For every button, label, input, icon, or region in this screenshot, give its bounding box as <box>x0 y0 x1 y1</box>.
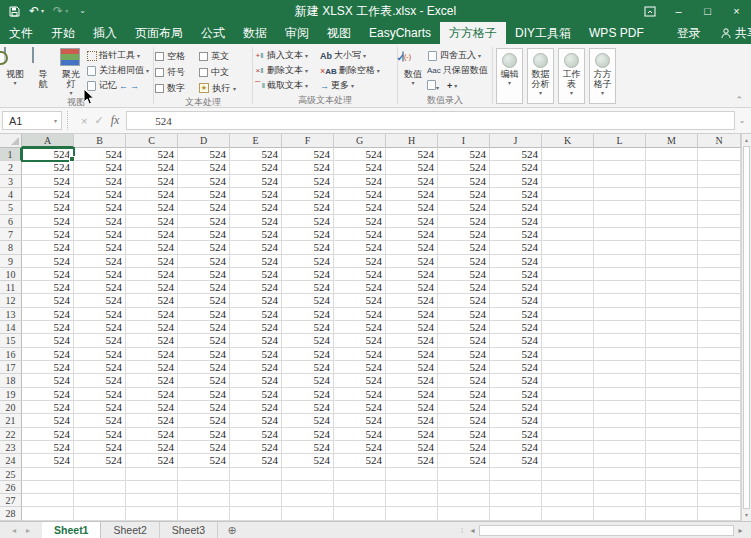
cell-L20[interactable] <box>594 401 646 414</box>
cell-G24[interactable]: 524 <box>334 454 386 467</box>
cell-G22[interactable]: 524 <box>334 428 386 441</box>
cell-E11[interactable]: 524 <box>230 281 282 294</box>
cell-D12[interactable]: 524 <box>178 294 230 307</box>
cell-F16[interactable]: 524 <box>282 348 334 361</box>
cell-I19[interactable]: 524 <box>438 388 490 401</box>
cell-H8[interactable]: 524 <box>386 241 438 254</box>
cell-F7[interactable]: 524 <box>282 228 334 241</box>
cell-I13[interactable]: 524 <box>438 308 490 321</box>
cell-E25[interactable] <box>230 468 282 481</box>
forward-arrow-button[interactable]: → <box>130 81 139 91</box>
checkbox-space[interactable]: 空格 <box>155 48 199 64</box>
cell-N13[interactable] <box>698 308 741 321</box>
cell-F4[interactable]: 524 <box>282 188 334 201</box>
cell-D1[interactable]: 524 <box>178 148 230 161</box>
cell-L1[interactable] <box>594 148 646 161</box>
cell-E26[interactable] <box>230 481 282 494</box>
cell-J22[interactable]: 524 <box>490 428 542 441</box>
cell-K19[interactable] <box>542 388 594 401</box>
cell-D5[interactable]: 524 <box>178 201 230 214</box>
column-header-J[interactable]: J <box>490 134 542 148</box>
cell-K1[interactable] <box>542 148 594 161</box>
cell-C23[interactable]: 524 <box>126 441 178 454</box>
cell-K23[interactable] <box>542 441 594 454</box>
cell-I9[interactable]: 524 <box>438 255 490 268</box>
cell-K6[interactable] <box>542 215 594 228</box>
cell-L8[interactable] <box>594 241 646 254</box>
ribbon-tab-公式[interactable]: 公式 <box>192 22 234 44</box>
ribbon-tab-DIY工具箱[interactable]: DIY工具箱 <box>506 22 580 44</box>
maximize-button[interactable]: □ <box>693 0 722 22</box>
cell-L18[interactable] <box>594 374 646 387</box>
cell-M12[interactable] <box>646 294 698 307</box>
cell-D8[interactable]: 524 <box>178 241 230 254</box>
cell-G7[interactable]: 524 <box>334 228 386 241</box>
cell-M3[interactable] <box>646 175 698 188</box>
column-header-B[interactable]: B <box>74 134 126 148</box>
cell-N1[interactable] <box>698 148 741 161</box>
cell-F12[interactable]: 524 <box>282 294 334 307</box>
cell-N28[interactable] <box>698 507 741 520</box>
cell-L19[interactable] <box>594 388 646 401</box>
row-header-27[interactable]: 27 <box>0 494 22 507</box>
share-button[interactable]: 共享 <box>711 22 751 44</box>
cell-N17[interactable] <box>698 361 741 374</box>
cell-J1[interactable]: 524 <box>490 148 542 161</box>
collapse-ribbon-icon[interactable]: ⌃ <box>735 95 743 105</box>
formula-bar-splitter[interactable] <box>67 111 74 130</box>
cell-H12[interactable]: 524 <box>386 294 438 307</box>
cell-G4[interactable]: 524 <box>334 188 386 201</box>
cell-B24[interactable]: 524 <box>74 454 126 467</box>
close-button[interactable]: × <box>722 0 751 22</box>
cell-N2[interactable] <box>698 161 741 174</box>
row-header-17[interactable]: 17 <box>0 361 22 374</box>
cell-K8[interactable] <box>542 241 594 254</box>
cell-F1[interactable]: 524 <box>282 148 334 161</box>
cell-A16[interactable]: 524 <box>22 348 74 361</box>
cell-M22[interactable] <box>646 428 698 441</box>
ribbon-tab-审阅[interactable]: 审阅 <box>276 22 318 44</box>
cell-N11[interactable] <box>698 281 741 294</box>
cell-B4[interactable]: 524 <box>74 188 126 201</box>
row-header-3[interactable]: 3 <box>0 175 22 188</box>
cell-J6[interactable]: 524 <box>490 215 542 228</box>
column-header-G[interactable]: G <box>334 134 386 148</box>
cell-F11[interactable]: 524 <box>282 281 334 294</box>
cell-E14[interactable]: 524 <box>230 321 282 334</box>
cell-L26[interactable] <box>594 481 646 494</box>
cell-A12[interactable]: 524 <box>22 294 74 307</box>
cell-M15[interactable] <box>646 334 698 347</box>
cell-E8[interactable]: 524 <box>230 241 282 254</box>
column-header-C[interactable]: C <box>126 134 178 148</box>
cell-F21[interactable]: 524 <box>282 414 334 427</box>
cell-G16[interactable]: 524 <box>334 348 386 361</box>
delete-space-button[interactable]: ×AB 删除空格▾ <box>320 63 390 78</box>
cell-C15[interactable]: 524 <box>126 334 178 347</box>
cell-H25[interactable] <box>386 468 438 481</box>
scroll-left-icon[interactable]: ◂ <box>466 526 479 535</box>
cell-C20[interactable]: 524 <box>126 401 178 414</box>
cell-N22[interactable] <box>698 428 741 441</box>
cell-C27[interactable] <box>126 494 178 507</box>
cell-C18[interactable]: 524 <box>126 374 178 387</box>
cell-H23[interactable]: 524 <box>386 441 438 454</box>
cell-F10[interactable]: 524 <box>282 268 334 281</box>
cell-H22[interactable]: 524 <box>386 428 438 441</box>
cell-E28[interactable] <box>230 507 282 520</box>
cell-N18[interactable] <box>698 374 741 387</box>
cell-D28[interactable] <box>178 507 230 520</box>
plus-tool-button[interactable]: + <box>447 81 452 91</box>
column-header-F[interactable]: F <box>282 134 334 148</box>
vertical-scroll-thumb[interactable] <box>743 146 750 509</box>
cell-H1[interactable]: 524 <box>386 148 438 161</box>
cell-J24[interactable]: 524 <box>490 454 542 467</box>
cell-D3[interactable]: 524 <box>178 175 230 188</box>
cell-A9[interactable]: 524 <box>22 255 74 268</box>
cell-L15[interactable] <box>594 334 646 347</box>
cell-C24[interactable]: 524 <box>126 454 178 467</box>
cell-H19[interactable]: 524 <box>386 388 438 401</box>
cell-A11[interactable]: 524 <box>22 281 74 294</box>
tell-me-box[interactable]: 告诉我您想要做什么... <box>653 22 667 44</box>
cell-K21[interactable] <box>542 414 594 427</box>
cell-A6[interactable]: 524 <box>22 215 74 228</box>
